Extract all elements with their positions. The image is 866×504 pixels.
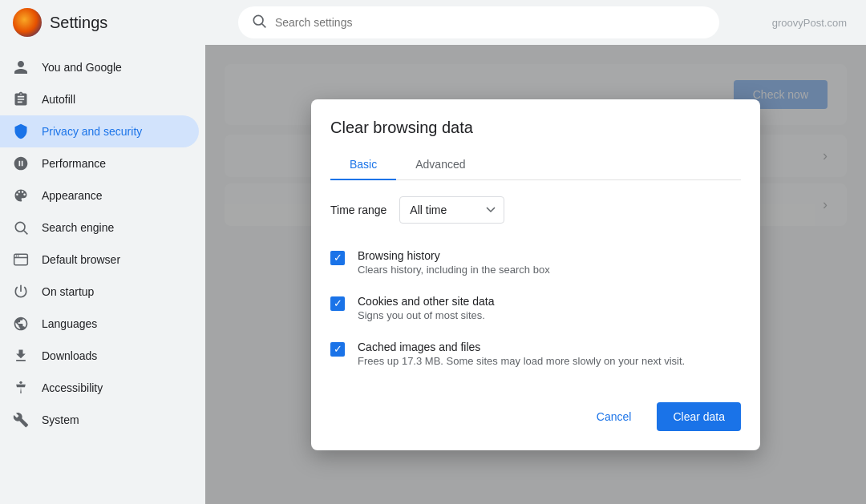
tab-basic[interactable]: Basic [330, 150, 396, 180]
dialog-tabs: Basic Advanced [330, 150, 741, 180]
sidebar-label-search-engine: Search engine [42, 221, 114, 234]
sidebar-item-default-browser[interactable]: Default browser [0, 244, 199, 276]
sidebar-item-system[interactable]: System [0, 404, 199, 436]
dialog-title: Clear browsing data [330, 119, 741, 137]
shield-icon [13, 123, 29, 139]
checkbox-browsing-history-label: Browsing history [358, 249, 550, 262]
sidebar-label-system: System [42, 413, 79, 426]
cancel-button[interactable]: Cancel [581, 402, 648, 431]
sidebar-item-privacy-security[interactable]: Privacy and security [0, 115, 199, 147]
layout: You and Google Autofill Privacy and secu… [0, 45, 866, 504]
person-icon [13, 59, 29, 75]
sidebar-item-autofill[interactable]: Autofill [0, 83, 199, 115]
browser-icon [13, 252, 29, 268]
palette-icon [13, 187, 29, 204]
checkmark-icon-3: ✓ [334, 344, 342, 354]
sidebar-label-accessibility: Accessibility [42, 381, 103, 394]
accessibility-icon [13, 380, 29, 396]
search-icon [251, 13, 267, 32]
sidebar-label-downloads: Downloads [42, 349, 97, 362]
sidebar-item-downloads[interactable]: Downloads [0, 340, 199, 372]
checkmark-icon-2: ✓ [334, 298, 342, 308]
main-content: Check now › › Clear browsing data Basic … [205, 45, 866, 504]
svg-line-1 [262, 24, 266, 28]
checkbox-cookies: ✓ Cookies and other site data Signs you … [330, 285, 741, 331]
logo-area: Settings [13, 8, 205, 37]
sidebar-item-you-and-google[interactable]: You and Google [0, 51, 199, 83]
app-title: Settings [50, 14, 107, 32]
sidebar-item-performance[interactable]: Performance [0, 147, 199, 179]
sidebar-item-search-engine[interactable]: Search engine [0, 212, 199, 244]
sidebar-item-accessibility[interactable]: Accessibility [0, 372, 199, 404]
power-icon [13, 284, 29, 300]
svg-line-3 [24, 231, 28, 235]
checkbox-cached-images-box[interactable]: ✓ [330, 342, 345, 357]
time-range-row: Time range Last hour Last 24 hours Last … [330, 196, 741, 224]
svg-point-0 [253, 15, 263, 25]
wrench-icon [13, 412, 29, 428]
dialog-backdrop: Clear browsing data Basic Advanced Time … [205, 45, 866, 504]
svg-point-6 [16, 256, 18, 257]
checkbox-cached-images-label: Cached images and files [358, 341, 685, 353]
sidebar: You and Google Autofill Privacy and secu… [0, 45, 205, 504]
time-range-label: Time range [330, 204, 386, 216]
speed-icon [13, 155, 29, 171]
checkbox-browsing-history: ✓ Browsing history Clears history, inclu… [330, 240, 741, 285]
search-engine-icon [13, 220, 29, 236]
sidebar-item-languages[interactable]: Languages [0, 308, 199, 340]
sidebar-label-you-and-google: You and Google [42, 61, 122, 74]
checkbox-cached-images-desc: Frees up 17.3 MB. Some sites may load mo… [358, 355, 685, 367]
checkbox-cookies-desc: Signs you out of most sites. [358, 309, 494, 321]
time-range-select[interactable]: Last hour Last 24 hours Last 7 days Last… [399, 196, 504, 224]
globe-icon [13, 316, 29, 332]
chrome-logo-icon [13, 8, 42, 37]
download-icon [13, 348, 29, 364]
sidebar-label-performance: Performance [42, 157, 106, 170]
sidebar-label-appearance: Appearance [42, 189, 103, 202]
checkmark-icon: ✓ [334, 252, 342, 263]
sidebar-item-appearance[interactable]: Appearance [0, 179, 199, 212]
sidebar-label-privacy: Privacy and security [42, 125, 142, 138]
search-input[interactable] [275, 16, 706, 29]
assignment-icon [13, 91, 29, 107]
checkbox-browsing-history-desc: Clears history, including in the search … [358, 264, 550, 276]
checkbox-cookies-label: Cookies and other site data [358, 295, 494, 308]
checkbox-browsing-history-box[interactable]: ✓ [330, 251, 345, 265]
tab-advanced[interactable]: Advanced [396, 150, 484, 180]
svg-point-2 [15, 222, 25, 232]
checkbox-cookies-box[interactable]: ✓ [330, 296, 345, 311]
clear-data-button[interactable]: Clear data [657, 402, 741, 431]
search-bar[interactable] [238, 6, 719, 38]
sidebar-label-languages: Languages [42, 317, 97, 330]
dialog-footer: Cancel Clear data [330, 396, 741, 431]
svg-point-8 [19, 381, 22, 384]
sidebar-label-on-startup: On startup [42, 285, 94, 298]
checkbox-cached-images: ✓ Cached images and files Frees up 17.3 … [330, 331, 741, 377]
sidebar-label-default-browser: Default browser [42, 253, 120, 266]
svg-point-7 [18, 256, 19, 257]
clear-browsing-data-dialog: Clear browsing data Basic Advanced Time … [311, 99, 760, 450]
top-bar: Settings groovyPost.com [0, 0, 866, 45]
sidebar-label-autofill: Autofill [42, 93, 75, 106]
sidebar-item-on-startup[interactable]: On startup [0, 276, 199, 308]
watermark: groovyPost.com [772, 17, 853, 29]
